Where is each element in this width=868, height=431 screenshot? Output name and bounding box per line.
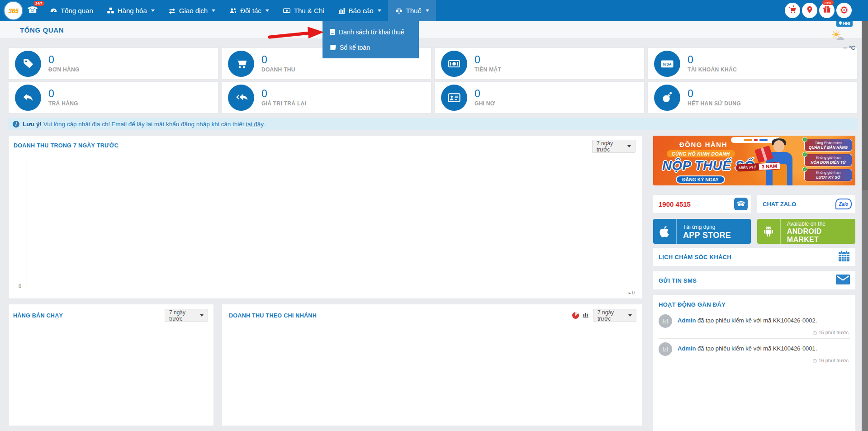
check-icon: ✓ xyxy=(802,152,807,157)
reply-icon xyxy=(15,85,41,111)
check-square-avatar-icon: ☑ xyxy=(659,314,672,328)
pin-icon xyxy=(839,21,842,25)
activity-user-link[interactable]: Admin xyxy=(678,317,696,324)
top-navbar: 365 ☎ 24/7 Tổng quan Hàng hóa Giao dịch … xyxy=(0,0,868,21)
stat-label: DOANH THU xyxy=(261,66,295,73)
gear-icon: ⚙ xyxy=(840,5,849,15)
stat-label: HẾT HẠN SỬ DỤNG xyxy=(688,100,741,107)
banner-register-button[interactable]: ĐĂNG KÝ NGAY xyxy=(676,175,725,184)
check-icon: ✓ xyxy=(802,137,807,142)
cloud-icon: ☁ xyxy=(835,32,844,43)
hotline-box: 1900 4515 ☎ xyxy=(653,195,751,213)
weather-widget: HNI ☀ ☁ -- °C xyxy=(824,19,855,51)
free-value: 3 NĂM xyxy=(758,162,780,171)
nav-label: Báo cáo xyxy=(349,7,374,14)
stat-card-tai-khoan-khac: VISA 0TÀI KHOẢN KHÁC xyxy=(647,47,858,80)
top-products-range-select[interactable]: 7 ngày trước xyxy=(165,309,208,322)
main-menu: Tổng quan Hàng hóa Giao dịch Đối tác Thu… xyxy=(43,0,436,21)
android-market-button[interactable]: Available on theANDROID MARKET xyxy=(757,219,855,244)
activity-text: Admin đã tạo phiếu kiểm kê với mã KK1004… xyxy=(678,314,817,324)
nav-item-thu-chi[interactable]: Thu & Chi xyxy=(276,0,331,21)
svg-text:VISA: VISA xyxy=(663,62,671,66)
nav-label: Thu & Chi xyxy=(294,7,324,14)
bar-chart-toggle-icon[interactable] xyxy=(583,311,589,320)
users-icon xyxy=(229,7,237,14)
scale-icon xyxy=(395,7,403,14)
check-icon: ✓ xyxy=(802,167,807,172)
promotions-button[interactable]: new xyxy=(819,3,835,18)
stat-card-tien-mat: 0TIỀN MẶT xyxy=(434,47,645,80)
banner-benefit-pill: ✓ Không giới hạn HÓA ĐƠN ĐIỆN TỬ xyxy=(804,154,852,166)
nav-item-thue[interactable]: Thuế xyxy=(388,0,436,21)
update-email-link[interactable]: tại đây xyxy=(246,121,263,128)
range-value: 7 ngày trước xyxy=(597,140,627,153)
stats-grid: 0ĐƠN HÀNG 0DOANH THU 0TIỀN MẶT VISA 0TÀI… xyxy=(8,47,858,114)
branch-location-button[interactable] xyxy=(802,3,817,18)
menu-item-label: Danh sách tờ khai thuế xyxy=(339,28,404,36)
banner-line2: CÙNG HỘ KINH DOANH xyxy=(667,150,735,157)
chevron-down-icon xyxy=(200,314,204,317)
banner-person-illustration xyxy=(773,140,784,152)
vertical-scrollbar[interactable] xyxy=(862,0,868,431)
stat-label: ĐƠN HÀNG xyxy=(48,66,80,73)
nav-item-hang-hoa[interactable]: Hàng hóa xyxy=(100,0,161,21)
nav-item-giao-dich[interactable]: Giao dịch xyxy=(161,0,222,21)
activity-user-link[interactable]: Admin xyxy=(678,345,696,352)
revenue-range-select[interactable]: 7 ngày trước xyxy=(592,140,636,153)
top-products-title: HÀNG BÁN CHẠY xyxy=(13,313,63,319)
clock-icon: ◷ xyxy=(813,330,817,335)
envelope-icon xyxy=(836,275,850,286)
appstore-line1: Tải ứng dụng xyxy=(683,224,715,230)
recent-activity-title: HOẠT ĐỘNG GẦN ĐÂY xyxy=(659,301,850,308)
android-line1: Available on the xyxy=(787,221,825,227)
bomb-icon xyxy=(654,85,680,111)
settings-button[interactable]: ⚙ xyxy=(836,3,852,18)
stat-label: GIÁ TRỊ TRẢ LẠI xyxy=(261,100,306,107)
recent-activity-panel: HOẠT ĐỘNG GẦN ĐÂY ☑ Admin đã tạo phiếu k… xyxy=(653,295,855,431)
nav-item-bao-cao[interactable]: Báo cáo xyxy=(331,0,388,21)
phone-support-icon[interactable]: ☎ xyxy=(27,5,38,15)
cubes-icon xyxy=(107,7,114,14)
visa-icon: VISA xyxy=(654,51,680,77)
sms-label: GỬI TIN SMS xyxy=(659,277,697,284)
banner-line1: ĐỒNG HÀNH xyxy=(679,141,727,148)
stat-label: GHI NỢ xyxy=(474,100,495,107)
cart-button[interactable] xyxy=(785,3,800,18)
appstore-line2: APP STORE xyxy=(683,231,731,240)
nav-label: Giao dịch xyxy=(179,7,208,14)
banner-benefit-pill: ✓ Không giới hạn LƯỢT KÝ SỐ xyxy=(804,169,852,181)
stat-card-don-hang: 0ĐƠN HÀNG xyxy=(8,47,218,80)
care-label: LỊCH CHĂM SÓC KHÁCH xyxy=(659,254,731,260)
calendar-icon xyxy=(838,250,850,264)
branch-range-select[interactable]: 7 ngày trước xyxy=(593,309,636,322)
revenue-chart-title: DOANH THU TRONG 7 NGÀY TRƯỚC xyxy=(14,142,119,149)
dashboard-page: 365 ☎ 24/7 Tổng quan Hàng hóa Giao dịch … xyxy=(0,0,868,431)
scrollbar-thumb[interactable] xyxy=(862,0,868,190)
thue-dropdown-menu: Danh sách tờ khai thuế Sổ kế toán xyxy=(323,21,419,58)
stat-value: 0 xyxy=(261,88,306,99)
send-sms-button[interactable]: GỬI TIN SMS xyxy=(653,271,855,289)
nav-item-doi-tac[interactable]: Đối tác xyxy=(222,0,276,21)
menu-item-so-ke-toan[interactable]: Sổ kế toán xyxy=(323,40,419,55)
zalo-label: CHAT ZALO xyxy=(763,201,796,208)
gift-icon xyxy=(823,5,831,16)
free-label: MIỄN PHÍ xyxy=(736,163,759,172)
nav-right-buttons: new ⚙ xyxy=(785,3,852,18)
stat-card-het-han-su-dung: 0HẾT HẠN SỬ DỤNG xyxy=(647,81,858,114)
branch-revenue-panel: DOANH THU THEO CHI NHÁNH 7 ngày trước xyxy=(222,304,642,426)
menu-item-danh-sach-to-khai-thue[interactable]: Danh sách tờ khai thuế xyxy=(323,24,419,40)
hotline-number: 1900 4515 xyxy=(659,200,691,208)
chevron-down-icon xyxy=(378,9,381,12)
app-store-button[interactable]: Tải ứng dụngAPP STORE xyxy=(653,219,751,244)
call-button[interactable]: ☎ xyxy=(734,198,748,210)
weather-icon: ☀ ☁ xyxy=(824,28,855,43)
brand-logo[interactable]: 365 xyxy=(5,2,22,19)
chart-y-tick: 0 xyxy=(19,284,21,289)
chat-zalo-button[interactable]: CHAT ZALO Zalo xyxy=(757,195,855,213)
customer-care-schedule-button[interactable]: LỊCH CHĂM SÓC KHÁCH xyxy=(653,248,855,266)
tax-promo-banner[interactable]: ĐỒNG HÀNH CÙNG HỘ KINH DOANH NỘP THUẾ SỐ… xyxy=(653,136,855,185)
info-icon: i xyxy=(13,121,19,128)
clock-icon: ◷ xyxy=(813,358,817,363)
pie-chart-toggle-icon[interactable] xyxy=(572,312,579,319)
nav-item-tong-quan[interactable]: Tổng quan xyxy=(43,0,100,21)
